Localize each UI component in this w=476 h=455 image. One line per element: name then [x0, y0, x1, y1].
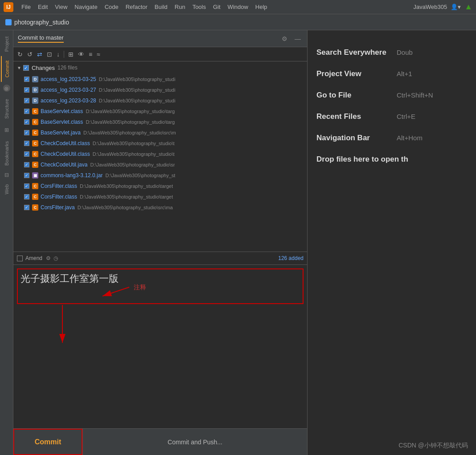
- file-path: D:\JavaWeb305\photography_studio\targ: [86, 109, 175, 114]
- shortcut-name: Search Everywhere: [316, 48, 397, 57]
- table-row[interactable]: ✓ ▣ commons-lang3-3.12.0.jar D:\JavaWeb3…: [13, 170, 307, 181]
- minimize-icon[interactable]: —: [293, 34, 303, 43]
- table-row[interactable]: ✓ C CorsFilter.java D:\JavaWeb305\photog…: [13, 202, 307, 213]
- commit-msg-box[interactable]: 光子摄影工作室第一版: [17, 268, 304, 304]
- file-type-icon: C: [32, 108, 38, 114]
- amend-settings-icon[interactable]: ⚙: [46, 255, 51, 261]
- shortcut-name: Navigation Bar: [316, 134, 397, 142]
- commit-push-button[interactable]: Commit and Push...: [82, 429, 307, 455]
- sidebar-tab-commit[interactable]: Commit: [1, 56, 12, 82]
- table-row[interactable]: ✓ D access_log.2023-03-28 D:\JavaWeb305\…: [13, 95, 307, 106]
- refresh-btn[interactable]: ↻: [16, 50, 24, 59]
- undo-btn[interactable]: ↺: [26, 50, 34, 59]
- menu-window[interactable]: Window: [225, 3, 251, 11]
- menubar: IJ File Edit View Navigate Code Refactor…: [0, 0, 476, 14]
- file-name: CheckCodeUtil.class: [41, 140, 90, 146]
- table-row[interactable]: ✓ C CheckCodeUtil.class D:\JavaWeb305\ph…: [13, 149, 307, 159]
- menu-navigate[interactable]: Navigate: [72, 3, 100, 11]
- menu-build[interactable]: Build: [152, 3, 170, 11]
- file-name: access_log.2023-03-28: [41, 98, 96, 104]
- table-row[interactable]: ✓ D access_log.2023-03-25 D:\JavaWeb305\…: [13, 74, 307, 85]
- file-checkbox[interactable]: ✓: [24, 141, 29, 146]
- changes-header[interactable]: ▼ ✓ Changes 126 files: [13, 61, 307, 74]
- sidebar-tab-web[interactable]: Web: [1, 180, 12, 199]
- file-checkbox[interactable]: ✓: [24, 98, 29, 103]
- file-checkbox[interactable]: ✓: [24, 119, 29, 125]
- menu-refactor[interactable]: Refactor: [123, 3, 150, 11]
- sidebar-tab-structure[interactable]: Structure: [1, 94, 12, 123]
- table-row[interactable]: ✓ C BaseServlet.java D:\JavaWeb305\photo…: [13, 127, 307, 138]
- eye-btn[interactable]: 👁: [77, 50, 86, 59]
- file-type-icon: C: [32, 151, 38, 157]
- app-logo: IJ: [4, 2, 13, 12]
- diff-btn[interactable]: ⇄: [36, 50, 44, 59]
- amend-icons: ⚙ ◷: [46, 255, 58, 261]
- sort-btn[interactable]: ≡: [87, 50, 94, 59]
- panel-header-actions: ⚙ —: [280, 34, 303, 43]
- panel-header: Commit to master ⚙ —: [13, 30, 307, 47]
- file-type-icon: C: [32, 194, 38, 200]
- file-checkbox[interactable]: ✓: [24, 205, 29, 210]
- vcs-icon[interactable]: ◎: [3, 85, 10, 92]
- table-row[interactable]: ✓ C BaseServlet.class D:\JavaWeb305\phot…: [13, 106, 307, 117]
- changes-section[interactable]: ▼ ✓ Changes 126 files ✓ D access_log.202…: [13, 61, 307, 252]
- shortcut-name: Go to File: [316, 91, 397, 100]
- file-checkbox[interactable]: ✓: [24, 77, 29, 82]
- filter-btn[interactable]: ≈: [95, 50, 102, 59]
- file-checkbox[interactable]: ✓: [24, 194, 29, 199]
- commit-message-area: 光子摄影工作室第一版 注释: [13, 265, 307, 455]
- chevron-down-icon: ▼: [17, 65, 21, 70]
- sidebar-tab-project[interactable]: Project: [1, 32, 12, 56]
- changes-checkbox[interactable]: ✓: [23, 65, 29, 71]
- update-icon[interactable]: ▲: [464, 2, 472, 12]
- update-btn[interactable]: ↓: [55, 50, 61, 59]
- commit-panel: Commit to master ⚙ — ↻ ↺ ⇄ ⊡ ↓ ⊞ 👁 ≡ ≈ ▼…: [13, 30, 308, 455]
- menu-help[interactable]: Help: [253, 3, 270, 11]
- menu-run[interactable]: Run: [172, 3, 188, 11]
- file-checkbox[interactable]: ✓: [24, 183, 29, 189]
- table-row[interactable]: ✓ D access_log.2023-03-27 D:\JavaWeb305\…: [13, 85, 307, 95]
- file-path: D:\JavaWeb305\photography_studio\t: [93, 151, 175, 157]
- file-checkbox[interactable]: ✓: [24, 130, 29, 135]
- settings-icon[interactable]: ⚙: [280, 34, 289, 43]
- user-avatar[interactable]: 👤▾: [451, 4, 461, 10]
- commit-button[interactable]: Commit: [13, 429, 82, 455]
- shortcut-row-nav: Navigation Bar Alt+Hom: [316, 134, 467, 142]
- file-type-icon: D: [32, 87, 38, 93]
- table-row[interactable]: ✓ C CorsFilter.class D:\JavaWeb305\photo…: [13, 181, 307, 191]
- menu-view[interactable]: View: [52, 3, 70, 11]
- table-row[interactable]: ✓ C CheckCodeUtil.java D:\JavaWeb305\pho…: [13, 159, 307, 170]
- project-icon: [5, 19, 12, 25]
- file-checkbox[interactable]: ✓: [24, 87, 29, 93]
- toolbar-sep: [64, 51, 64, 58]
- file-name: BaseServlet.java: [41, 130, 81, 136]
- table-row[interactable]: ✓ C CheckCodeUtil.class D:\JavaWeb305\ph…: [13, 138, 307, 149]
- menu-edit[interactable]: Edit: [35, 3, 50, 11]
- menu-file[interactable]: File: [19, 3, 33, 11]
- menu-tools[interactable]: Tools: [190, 3, 209, 11]
- file-checkbox[interactable]: ✓: [24, 151, 29, 157]
- watermark: CSDN @小钟不想敲代码: [398, 442, 468, 450]
- grid-btn[interactable]: ⊞: [67, 50, 75, 59]
- file-path: D:\JavaWeb305\photography_studio\target: [80, 183, 173, 189]
- table-row[interactable]: ✓ C BaseServlet.class D:\JavaWeb305\phot…: [13, 117, 307, 127]
- commit-all-btn[interactable]: ⊡: [45, 50, 53, 59]
- amend-clock-icon[interactable]: ◷: [53, 255, 58, 261]
- file-type-icon: C: [32, 130, 38, 136]
- shortcut-row-file: Go to File Ctrl+Shift+N: [316, 91, 467, 100]
- menu-code[interactable]: Code: [102, 3, 121, 11]
- file-path: D:\JavaWeb305\photography_studio\target: [80, 194, 173, 199]
- menu-git[interactable]: Git: [210, 3, 223, 11]
- file-type-icon: C: [32, 183, 38, 189]
- file-checkbox[interactable]: ✓: [24, 173, 29, 178]
- file-name: BaseServlet.class: [41, 108, 83, 114]
- amend-checkbox[interactable]: [17, 256, 23, 261]
- file-checkbox[interactable]: ✓: [24, 162, 29, 167]
- file-checkbox[interactable]: ✓: [24, 109, 29, 114]
- titlebar: photography_studio: [0, 14, 476, 30]
- sidebar-tab-bookmarks[interactable]: Bookmarks: [1, 137, 12, 170]
- file-type-icon: D: [32, 98, 38, 104]
- table-row[interactable]: ✓ C CorsFilter.class D:\JavaWeb305\photo…: [13, 191, 307, 202]
- file-type-icon: C: [32, 119, 38, 125]
- file-path: D:\JavaWeb305\photography_studio\targ: [86, 119, 175, 125]
